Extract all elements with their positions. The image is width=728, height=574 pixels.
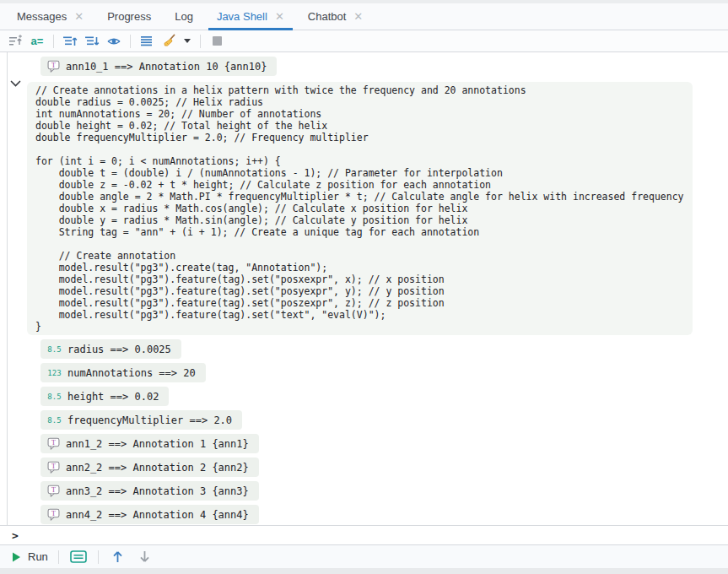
- double-type-badge: 8.5: [47, 416, 62, 425]
- svg-text:T: T: [51, 510, 56, 517]
- toolbar-separator: [53, 35, 54, 48]
- result-text: radius ==> 0.0025: [67, 344, 171, 355]
- eye-icon[interactable]: [105, 33, 122, 50]
- code-snippet-block: // Create annotations in a helix pattern…: [27, 82, 693, 335]
- tab-chatbot[interactable]: Chatbot ✕: [296, 3, 375, 30]
- code-fold-chevron-icon[interactable]: [10, 80, 22, 90]
- run-button-label: Run: [28, 550, 48, 563]
- code-line: }: [35, 321, 684, 333]
- result-row-frequencymultiplier: 8.5 frequencyMultiplier ==> 2.0: [40, 410, 242, 430]
- result-text: ann1_2 ==> Annotation 1 {ann1}: [66, 438, 249, 450]
- annotation-bubble-icon: T: [47, 60, 60, 73]
- result-text: numAnnotations ==> 20: [67, 367, 196, 379]
- close-icon[interactable]: ✕: [74, 11, 84, 22]
- run-button[interactable]: Run: [12, 550, 48, 563]
- result-row-ann4: T ann4_2 ==> Annotation 4 {ann4}: [40, 505, 259, 524]
- code-line: // Create annotations in a helix pattern…: [35, 84, 684, 96]
- code-line: [35, 238, 684, 250]
- code-line: double height = 0.02; // Total height of…: [35, 120, 684, 132]
- double-type-badge: 8.5: [47, 345, 62, 354]
- code-line: double radius = 0.0025; // Helix radius: [35, 96, 684, 108]
- code-line: double y = radius * Math.sin(angle); // …: [35, 214, 684, 226]
- panel-left-border: [7, 52, 8, 544]
- svg-text:T: T: [51, 486, 56, 494]
- code-line: model.result("pg3").feature(tag).set("te…: [35, 309, 684, 321]
- play-icon: [12, 552, 21, 562]
- results-list: 8.5 radius ==> 0.0025 123 numAnnotations…: [40, 339, 259, 524]
- result-row-ann10: T ann10_1 ==> Annotation 10 {ann10}: [40, 57, 277, 76]
- tab-bar: Messages ✕ Progress Log Java Shell ✕ Cha…: [0, 3, 728, 30]
- result-text: height ==> 0.02: [67, 391, 159, 403]
- console-output-area: T ann10_1 ==> Annotation 10 {ann10} // C…: [0, 52, 728, 525]
- scroll-lines-down-icon[interactable]: [84, 33, 100, 50]
- int-type-badge: 123: [47, 369, 62, 377]
- annotation-bubble-icon: T: [47, 461, 60, 474]
- tab-log[interactable]: Log: [163, 3, 205, 30]
- code-line: double z = -0.02 + t * height; // Calcul…: [35, 179, 684, 191]
- code-line: String tag = "ann" + (i + 1); // Create …: [35, 226, 684, 238]
- result-row-ann2: T ann2_2 ==> Annotation 2 {ann2}: [40, 458, 259, 477]
- toolbar-separator: [200, 35, 201, 48]
- insert-lines-icon[interactable]: [7, 33, 24, 50]
- runbar-separator: [58, 550, 59, 564]
- variables-glyph: a=: [31, 35, 44, 47]
- code-line: model.result("pg3").feature(tag).set("po…: [35, 273, 684, 285]
- result-text: ann10_1 ==> Annotation 10 {ann10}: [66, 61, 267, 73]
- result-row-numannotations: 123 numAnnotations ==> 20: [40, 363, 206, 382]
- toolbar-separator: [130, 35, 131, 48]
- code-line: double t = (double) i / (numAnnotations …: [35, 167, 684, 179]
- tab-label: Messages: [17, 10, 67, 23]
- result-row-height: 8.5 height ==> 0.02: [40, 387, 169, 406]
- tab-messages[interactable]: Messages ✕: [5, 3, 95, 30]
- console-input[interactable]: >: [0, 525, 728, 544]
- result-text: ann4_2 ==> Annotation 4 {ann4}: [66, 509, 249, 521]
- tab-label: Log: [175, 10, 193, 23]
- window-bottom-strip: [0, 568, 728, 574]
- result-text: ann2_2 ==> Annotation 2 {ann2}: [66, 462, 249, 474]
- stop-icon[interactable]: [208, 33, 225, 50]
- prompt-symbol: >: [12, 529, 19, 542]
- tab-progress[interactable]: Progress: [95, 3, 163, 30]
- result-row-radius: 8.5 radius ==> 0.0025: [40, 339, 181, 359]
- annotation-bubble-icon: T: [47, 437, 60, 450]
- double-type-badge: 8.5: [47, 393, 62, 401]
- code-line: model.result("pg3").feature(tag).set("po…: [35, 297, 684, 309]
- run-bar: Run: [0, 544, 728, 568]
- code-line: [35, 144, 684, 155]
- result-row-ann3: T ann3_2 ==> Annotation 3 {ann3}: [40, 481, 259, 501]
- tab-java-shell[interactable]: Java Shell ✕: [205, 3, 296, 30]
- tab-label: Chatbot: [308, 10, 347, 23]
- justify-lines-icon[interactable]: [138, 33, 155, 50]
- code-line: for (int i = 0; i < numAnnotations; i++)…: [35, 155, 684, 167]
- svg-text:T: T: [51, 463, 56, 470]
- show-variables-icon[interactable]: a=: [29, 33, 46, 50]
- result-text: frequencyMultiplier ==> 2.0: [67, 414, 232, 426]
- code-line: // Create annotation: [35, 250, 684, 262]
- close-icon[interactable]: ✕: [275, 11, 284, 22]
- annotation-bubble-icon: T: [47, 485, 60, 497]
- scroll-lines-up-icon[interactable]: [62, 33, 78, 50]
- annotation-bubble-icon: T: [47, 508, 60, 521]
- svg-text:T: T: [51, 62, 56, 69]
- result-text: ann3_2 ==> Annotation 3 {ann3}: [66, 485, 249, 497]
- console-window-icon[interactable]: [69, 549, 88, 566]
- shell-toolbar: a=: [0, 30, 728, 52]
- svg-text:T: T: [51, 439, 56, 447]
- code-line: double angle = 2 * Math.PI * frequencyMu…: [35, 191, 684, 203]
- close-icon[interactable]: ✕: [353, 11, 363, 22]
- tab-label: Progress: [107, 10, 151, 23]
- code-line: int numAnnotations = 20; // Number of an…: [35, 108, 684, 120]
- code-line: model.result("pg3").feature(tag).set("po…: [35, 285, 684, 297]
- code-line: model.result("pg3").create(tag, "Annotat…: [35, 262, 684, 273]
- broom-clear-icon[interactable]: [160, 33, 177, 50]
- dropdown-caret-icon[interactable]: [182, 33, 192, 50]
- arrow-down-icon[interactable]: [136, 549, 154, 566]
- code-line: double x = radius * Math.cos(angle); // …: [35, 203, 684, 214]
- runbar-separator: [98, 550, 99, 564]
- code-line: double frequencyMultiplier = 2.0; // Fre…: [35, 132, 684, 144]
- arrow-up-icon[interactable]: [109, 549, 127, 566]
- tab-label: Java Shell: [217, 10, 267, 23]
- result-row-ann1: T ann1_2 ==> Annotation 1 {ann1}: [40, 434, 259, 453]
